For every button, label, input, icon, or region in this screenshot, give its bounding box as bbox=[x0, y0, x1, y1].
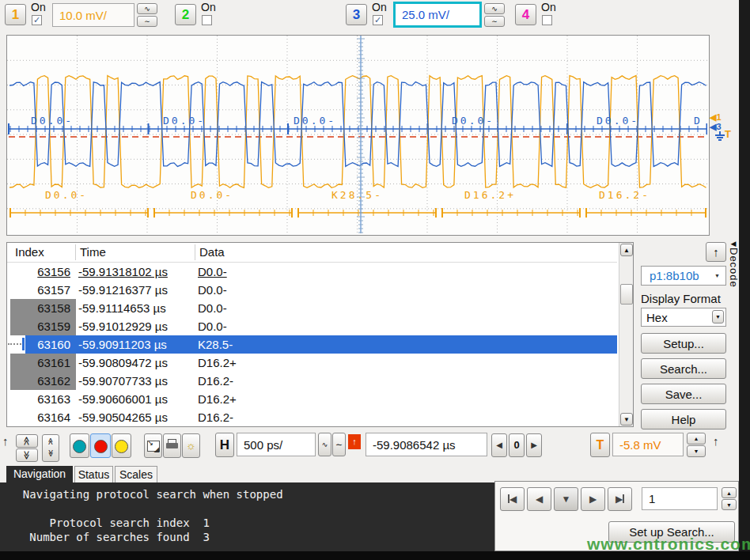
nav-stop-button[interactable]: ▼ bbox=[554, 487, 578, 511]
help-button[interactable]: Help bbox=[641, 409, 726, 429]
cell-index[interactable]: 63163 bbox=[25, 390, 76, 408]
channel-2-on-checkbox[interactable] bbox=[202, 15, 212, 25]
cell-index[interactable]: 63160 bbox=[25, 335, 76, 354]
cell-data[interactable]: D16.2+ bbox=[198, 390, 372, 408]
delay-step-left-button[interactable]: ◀ bbox=[491, 433, 507, 457]
column-divider[interactable] bbox=[75, 244, 76, 260]
pan-up-button[interactable]: ≪ bbox=[16, 434, 38, 448]
cell-time[interactable]: -59.91114653 µs bbox=[78, 299, 197, 317]
table-row[interactable]: 63156-59.91318102 µsD0.0- bbox=[7, 263, 617, 281]
channel-1-scale-down-button[interactable]: ∼ bbox=[137, 16, 157, 27]
pan-down-button[interactable]: ≪ bbox=[16, 448, 38, 462]
cell-data[interactable]: D16.2- bbox=[198, 408, 372, 426]
tab-status[interactable]: Status bbox=[74, 466, 113, 482]
chevron-down-icon[interactable]: ▼ bbox=[714, 273, 720, 278]
channel-1-scale-field[interactable]: 10.0 mV/ bbox=[52, 3, 134, 27]
delay-step-right-button[interactable]: ▶ bbox=[526, 433, 542, 457]
cell-index[interactable]: 63161 bbox=[10, 354, 76, 372]
cell-data[interactable]: D0.0- bbox=[198, 299, 372, 317]
table-row[interactable]: 63164-59.90504265 µsD16.2- bbox=[7, 408, 617, 426]
table-row[interactable]: 63159-59.91012929 µsD0.0- bbox=[7, 317, 617, 335]
save-button[interactable]: Save... bbox=[641, 384, 726, 404]
cell-time[interactable]: -59.90809472 µs bbox=[78, 354, 197, 372]
scrollbar-up-arrow[interactable]: ▲ bbox=[620, 244, 633, 256]
delay-zero-button[interactable]: 0 bbox=[509, 433, 525, 457]
search-index-field[interactable]: 1 bbox=[642, 487, 718, 510]
horizontal-delay-field[interactable]: -59.9086542 µs bbox=[366, 433, 487, 456]
trigger-level-marker[interactable]: T bbox=[725, 128, 731, 140]
cell-data[interactable]: D16.2- bbox=[198, 372, 372, 390]
cell-index[interactable]: 63159 bbox=[10, 317, 76, 335]
trigger-level-down-button[interactable]: ▼ bbox=[687, 445, 706, 457]
cell-time[interactable]: -59.90606001 µs bbox=[78, 390, 197, 408]
scroll-to-top-button[interactable]: ↑ bbox=[706, 242, 726, 262]
timebase-field[interactable]: 500 ps/ bbox=[237, 433, 316, 456]
zoom-in-out-button[interactable]: ≪ ≪ bbox=[42, 434, 59, 462]
tab-scales[interactable]: Scales bbox=[115, 466, 157, 482]
setup-button[interactable]: Setup... bbox=[641, 333, 726, 354]
cell-index[interactable]: 63164 bbox=[25, 408, 76, 426]
cell-time[interactable]: -59.90504265 µs bbox=[78, 408, 197, 426]
timebase-zoom-out-button[interactable]: ∿ bbox=[318, 433, 331, 456]
search-index-up-button[interactable]: ▲ bbox=[722, 487, 737, 498]
nav-next-button[interactable]: ▶ bbox=[581, 487, 605, 511]
trigger-button[interactable]: T bbox=[590, 433, 610, 457]
scrollbar-down-arrow[interactable]: ▼ bbox=[620, 413, 633, 426]
decode-probe-select[interactable]: p1:8b10b bbox=[641, 266, 726, 286]
trigger-position-indicator[interactable]: ↑ bbox=[348, 434, 361, 449]
trigger-level-field[interactable]: -5.8 mV bbox=[612, 433, 684, 456]
stop-button[interactable] bbox=[90, 433, 111, 458]
print-button[interactable] bbox=[163, 433, 181, 458]
cell-data[interactable]: K28.5- bbox=[198, 335, 372, 354]
cell-index[interactable]: 63157 bbox=[25, 281, 76, 299]
cell-data[interactable]: D0.0- bbox=[198, 317, 372, 335]
cell-index[interactable]: 63156 bbox=[25, 263, 76, 281]
column-header-time[interactable]: Time bbox=[80, 243, 106, 262]
nav-previous-button[interactable]: ◀ bbox=[527, 487, 551, 511]
channel-1-on-checkbox[interactable]: ✓ bbox=[32, 15, 42, 25]
cell-time[interactable]: -59.91012929 µs bbox=[78, 317, 197, 335]
search-index-down-button[interactable]: ▼ bbox=[722, 499, 737, 510]
table-row[interactable]: 63158-59.91114653 µsD0.0- bbox=[7, 299, 617, 317]
cell-index[interactable]: 63162 bbox=[10, 372, 76, 390]
display-brightness-button[interactable]: ☼ bbox=[182, 433, 200, 458]
cell-index[interactable]: 63158 bbox=[10, 299, 76, 317]
cell-time[interactable]: -59.90911203 µs bbox=[78, 335, 197, 354]
timebase-zoom-in-button[interactable]: ∼ bbox=[332, 433, 346, 456]
channel-1-button[interactable]: 1 bbox=[5, 4, 26, 25]
nav-last-button[interactable]: ▶ bbox=[608, 487, 632, 511]
channel-3-scale-field[interactable]: 25.0 mV/ bbox=[393, 2, 482, 28]
channel-4-button[interactable]: 4 bbox=[515, 4, 536, 25]
channel-3-button[interactable]: 3 bbox=[346, 4, 367, 25]
cell-time[interactable]: -59.90707733 µs bbox=[78, 372, 197, 390]
table-row[interactable]: 63162-59.90707733 µsD16.2- bbox=[7, 372, 617, 390]
decode-side-tab[interactable]: ◀ Decode bbox=[727, 240, 740, 322]
cell-data[interactable]: D0.0- bbox=[198, 281, 372, 299]
scrollbar-thumb[interactable] bbox=[620, 284, 633, 305]
table-row[interactable]: 63157-59.91216377 µsD0.0- bbox=[7, 281, 617, 299]
column-header-index[interactable]: Index bbox=[15, 243, 44, 262]
channel-2-button[interactable]: 2 bbox=[175, 4, 196, 25]
channel-3-on-checkbox[interactable]: ✓ bbox=[373, 15, 383, 25]
screen-capture-button[interactable]: ↘◢ bbox=[144, 433, 162, 458]
column-divider[interactable] bbox=[195, 244, 195, 260]
table-row[interactable]: 63161-59.90809472 µsD16.2+ bbox=[7, 354, 617, 372]
horizontal-button[interactable]: H bbox=[215, 433, 234, 457]
trigger-level-up-button[interactable]: ▲ bbox=[687, 433, 706, 445]
channel-3-scale-down-button[interactable]: ∼ bbox=[484, 16, 505, 27]
cell-data[interactable]: D16.2+ bbox=[198, 354, 372, 372]
table-row[interactable]: 63163-59.90606001 µsD16.2+ bbox=[7, 390, 617, 408]
cell-time[interactable]: -59.91318102 µs bbox=[78, 263, 197, 281]
chevron-down-icon[interactable]: ▼ bbox=[712, 310, 724, 324]
channel-1-scale-up-button[interactable]: ∿ bbox=[137, 3, 157, 14]
cell-data[interactable]: D0.0- bbox=[198, 263, 372, 281]
column-header-data[interactable]: Data bbox=[199, 243, 225, 262]
search-button[interactable]: Search... bbox=[641, 358, 726, 379]
waveform-display[interactable]: D0.0-D0.0-D0.0-D0.0-D0.0-DD0.0-D0.0-K28.… bbox=[6, 35, 710, 236]
tab-navigation[interactable]: Navigation bbox=[6, 466, 73, 482]
table-row[interactable]: 63160-59.90911203 µsK28.5- bbox=[7, 335, 617, 354]
channel-4-on-checkbox[interactable] bbox=[542, 15, 552, 25]
single-button[interactable] bbox=[112, 433, 131, 458]
table-scrollbar[interactable]: ▲ ▼ bbox=[619, 243, 633, 426]
cell-time[interactable]: -59.91216377 µs bbox=[78, 281, 197, 299]
